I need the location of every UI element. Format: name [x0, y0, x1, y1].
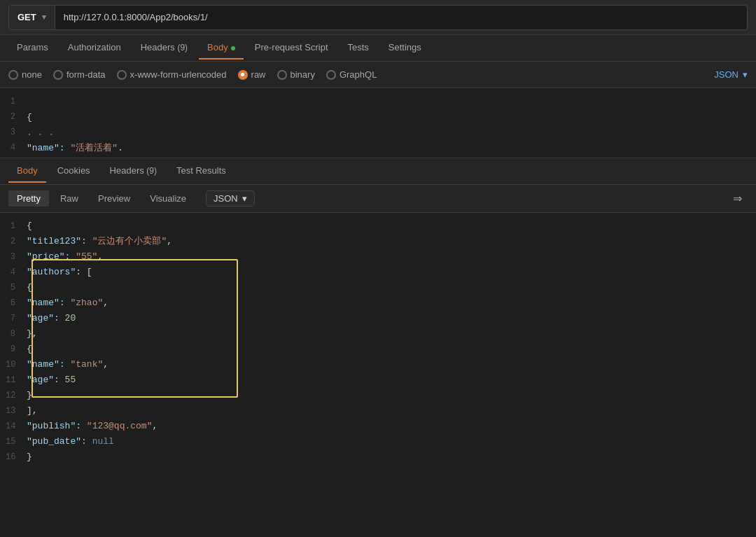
resp-line-7: 7 "age": 20: [0, 311, 756, 326]
response-format-dropdown[interactable]: JSON ▾: [206, 190, 255, 207]
body-type-binary[interactable]: binary: [277, 69, 315, 80]
resp-line-9: 9 {: [0, 342, 756, 357]
body-type-raw[interactable]: raw: [238, 69, 266, 80]
resp-tab-cookies[interactable]: Cookies: [49, 160, 99, 183]
resp-tab-test-results[interactable]: Test Results: [168, 160, 234, 183]
tab-tests[interactable]: Tests: [340, 36, 377, 60]
resp-line-13: 13 ],: [0, 403, 756, 419]
resp-line-11: 11 "age": 55: [0, 372, 756, 388]
resp-tab-headers[interactable]: Headers (9): [102, 160, 165, 183]
radio-raw: [238, 70, 248, 80]
radio-urlencoded: [117, 70, 127, 80]
radio-form-data: [53, 70, 63, 80]
tab-pre-request[interactable]: Pre-request Script: [246, 36, 337, 60]
resp-line-10: 10 "name": "tank",: [0, 357, 756, 372]
resp-line-1: 1 {: [0, 218, 756, 234]
fmt-visualize[interactable]: Visualize: [141, 190, 195, 207]
method-chevron-icon: ▾: [42, 13, 46, 22]
method-label: GET: [18, 12, 36, 22]
radio-binary: [277, 70, 287, 80]
body-type-form-data[interactable]: form-data: [53, 69, 106, 80]
url-bar: GET ▾: [0, 0, 756, 35]
method-selector[interactable]: GET ▾: [8, 5, 55, 30]
response-tabs: Body Cookies Headers (9) Test Results: [0, 158, 756, 185]
format-row: Pretty Raw Preview Visualize JSON ▾ ⇒: [0, 185, 756, 213]
tab-settings[interactable]: Settings: [380, 36, 430, 60]
tab-body[interactable]: Body: [199, 36, 244, 60]
resp-line-2: 2 "title123": "云边有个小卖部",: [0, 234, 756, 249]
resp-line-12: 12 }: [0, 388, 756, 403]
resp-line-8: 8 },: [0, 326, 756, 342]
url-input[interactable]: [55, 5, 748, 30]
response-body: 1 { 2 "title123": "云边有个小卖部", 3 "price": …: [0, 213, 756, 537]
req-line-2: 2 {: [0, 109, 756, 125]
body-type-none[interactable]: none: [8, 69, 42, 80]
tab-params[interactable]: Params: [8, 36, 57, 60]
resp-line-3: 3 "price": "55",: [0, 249, 756, 265]
resp-line-6: 6 "name": "zhao",: [0, 295, 756, 311]
radio-graphql: [326, 70, 336, 80]
resp-line-5: 5 {: [0, 280, 756, 295]
request-tabs: Params Authorization Headers (9) Body Pr…: [0, 35, 756, 62]
resp-line-16: 16 }: [0, 449, 756, 465]
radio-none: [8, 70, 18, 80]
json-format-dropdown[interactable]: JSON ▾: [714, 69, 748, 80]
tab-headers[interactable]: Headers (9): [132, 36, 196, 60]
json-dropdown-chevron-icon: ▾: [743, 69, 748, 80]
request-body-editor[interactable]: 1 2 { 3 . . . 4 "name": "活着活着".: [0, 88, 756, 158]
body-type-urlencoded[interactable]: x-www-form-urlencoded: [117, 69, 227, 80]
resp-line-4: 4 "authors": [: [0, 265, 756, 280]
tab-authorization[interactable]: Authorization: [59, 36, 130, 60]
fmt-pretty[interactable]: Pretty: [8, 190, 49, 207]
wrap-icon[interactable]: ⇒: [727, 189, 748, 208]
response-format-chevron-icon: ▾: [242, 193, 247, 204]
req-line-4: 4 "name": "活着活着".: [0, 140, 756, 155]
body-type-graphql[interactable]: GraphQL: [326, 69, 377, 80]
body-type-row: none form-data x-www-form-urlencoded raw…: [0, 62, 756, 88]
resp-line-15: 15 "pub_date": null: [0, 434, 756, 449]
resp-tab-body[interactable]: Body: [8, 160, 46, 183]
req-line-3: 3 . . .: [0, 125, 756, 140]
fmt-raw[interactable]: Raw: [52, 190, 87, 207]
req-line-1: 1: [0, 94, 756, 109]
fmt-preview[interactable]: Preview: [90, 190, 139, 207]
resp-line-14: 14 "publish": "123@qq.com",: [0, 419, 756, 434]
